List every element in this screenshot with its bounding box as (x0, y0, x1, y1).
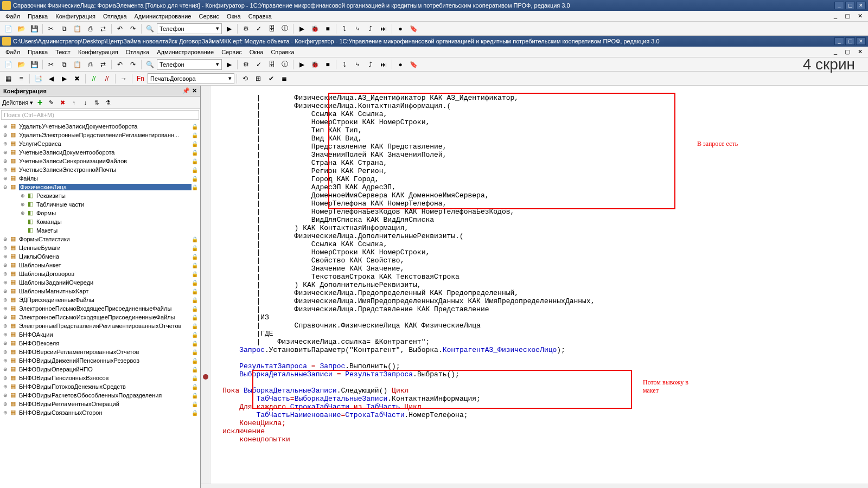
expand-icon[interactable]: ⊕ (2, 132, 9, 138)
step-out-icon[interactable]: ⤴ (365, 23, 376, 35)
close-button[interactable]: ✕ (856, 2, 866, 9)
debug-icon[interactable]: 🐞 (309, 23, 321, 35)
syntax-icon[interactable]: ✓ (253, 59, 265, 70)
edit-icon[interactable]: ✎ (46, 98, 56, 107)
menu-edit[interactable]: Правка (24, 48, 51, 56)
tree-item[interactable]: ⊕▦Файлы🔒 (0, 174, 200, 183)
search-combo[interactable]: Телефон▾ (157, 23, 222, 34)
menu-text[interactable]: Текст (52, 48, 74, 56)
search-combo[interactable]: Телефон▾ (157, 59, 222, 70)
expand-icon[interactable]: ⊕ (20, 193, 26, 198)
bookmark-next-icon[interactable]: ▶ (58, 73, 70, 85)
minimize-button[interactable]: _ (834, 2, 844, 9)
menu-file[interactable]: Файл (2, 12, 23, 21)
expand-icon[interactable]: ⊕ (2, 158, 9, 164)
tree-item[interactable]: ⊖▦ФизическиеЛица🔒 (0, 183, 200, 191)
tree-item[interactable]: ⊕◧Табличные части (0, 200, 200, 209)
tree-item[interactable]: ◧Команды (0, 217, 200, 226)
expand-icon[interactable]: ⊕ (2, 176, 9, 181)
help-icon[interactable]: ⓘ (279, 59, 291, 70)
tree-item[interactable]: ⊕▦УчетныеЗаписиСинхронизацииФайлов🔒 (0, 157, 200, 165)
config-icon[interactable]: ⚙ (240, 59, 252, 70)
expand-icon[interactable]: ⊕ (2, 288, 9, 294)
menu-config[interactable]: Конфигурация (75, 48, 122, 56)
expand-icon[interactable]: ⊖ (2, 184, 9, 190)
copy-icon[interactable]: ⧉ (58, 23, 70, 35)
tree-item[interactable]: ⊕◧Формы (0, 209, 200, 217)
template-icon[interactable]: ⊞ (252, 73, 264, 85)
tree-item[interactable]: ⊕▦ШаблоныДоговоров🔒 (0, 269, 200, 278)
tree-item[interactable]: ⊕▦БНФОВидыДвиженийПенсионныхРезервов🔒 (0, 356, 200, 365)
expand-icon[interactable]: ⊕ (2, 124, 9, 129)
open-icon[interactable]: 📂 (15, 23, 27, 35)
tree-item[interactable]: ◧Макеты (0, 226, 200, 235)
code-editor[interactable]: | ФизическиеЛица.АЗ_Идентификатор КАК АЗ… (201, 86, 868, 488)
tree-item[interactable]: ⊕▦БНФОВидыСвязанныхСторон🔒 (0, 408, 200, 417)
step-out-icon[interactable]: ⤴ (365, 59, 376, 70)
redo-icon[interactable]: ↷ (127, 23, 139, 35)
tree-item[interactable]: ⊕▦БНФОВидыПенсионныхВзносов🔒 (0, 374, 200, 382)
tree-item[interactable]: ⊕▦УчетныеЗаписиЭлектроннойПочты🔒 (0, 165, 200, 174)
expand-icon[interactable]: ⊕ (2, 314, 9, 320)
maximize-button[interactable]: ▢ (845, 2, 855, 9)
mdi-restore-button[interactable]: ▢ (841, 47, 853, 56)
expand-icon[interactable]: ⊕ (2, 401, 9, 407)
expand-icon[interactable]: ⊕ (2, 167, 9, 172)
config-icon[interactable]: ⚙ (240, 23, 252, 35)
tree-item[interactable]: ⊕▦ЭлектронныеПредставленияРегламентирова… (0, 322, 200, 330)
menu-windows[interactable]: Окна (246, 48, 267, 56)
tree-item[interactable]: ⊕▦ФормыСтатистики🔒 (0, 235, 200, 243)
db-icon[interactable]: 🗄 (266, 23, 278, 35)
tree-item[interactable]: ⊕▦ШаблоныМагнитныхКарт🔒 (0, 287, 200, 296)
tree-item[interactable]: ⊕▦БНФОВекселя🔒 (0, 339, 200, 348)
paste-icon[interactable]: 📋 (71, 23, 83, 35)
run-icon[interactable]: ▶ (296, 59, 308, 70)
find-next-icon[interactable]: ▶ (223, 23, 235, 35)
expand-icon[interactable]: ⊕ (2, 150, 9, 155)
actions-dropdown[interactable]: Действия ▾ (2, 99, 33, 106)
expand-icon[interactable]: ⊕ (2, 306, 9, 311)
expand-icon[interactable]: ⊕ (2, 245, 9, 251)
filter-icon[interactable]: ⚗ (103, 98, 113, 107)
close-button[interactable]: ✕ (856, 37, 866, 45)
expand-icon[interactable]: ⊕ (2, 358, 9, 363)
tree-item[interactable]: ⊕▦ЭлектронноеПисьмоИсходящееПрисоединенн… (0, 313, 200, 322)
expand-icon[interactable]: ⊕ (2, 384, 9, 389)
compare-icon[interactable]: ⇄ (97, 59, 109, 70)
expand-icon[interactable]: ⊕ (2, 323, 9, 329)
format-icon[interactable]: ≣ (278, 73, 290, 85)
module-icon[interactable]: ▦ (2, 73, 14, 85)
tree-item[interactable]: ⊕▦УдалитьЭлектронныеПредставленияРегламе… (0, 131, 200, 139)
step-into-icon[interactable]: ⤷ (352, 59, 363, 70)
tree-item[interactable]: ⊕◧Реквизиты (0, 191, 200, 200)
step-into-icon[interactable]: ⤷ (352, 23, 363, 35)
bookmark-icon[interactable]: 🔖 (407, 59, 419, 70)
maximize-button[interactable]: ▢ (845, 37, 855, 45)
new-icon[interactable]: 📄 (2, 59, 14, 70)
tree-item[interactable]: ⊕▦БНФОВерсииРегламентированныхОтчетов🔒 (0, 348, 200, 356)
menu-windows[interactable]: Окна (224, 12, 244, 21)
expand-icon[interactable]: ⊕ (2, 393, 9, 398)
continue-icon[interactable]: ⏭ (378, 59, 390, 70)
goto-icon[interactable]: → (118, 73, 130, 85)
uncomment-icon[interactable]: // (101, 73, 113, 85)
refactor-icon[interactable]: ⟲ (239, 73, 251, 85)
mdi-close-button[interactable]: ✕ (854, 47, 866, 56)
debug-icon[interactable]: 🐞 (309, 59, 321, 70)
expand-icon[interactable]: ⊕ (2, 341, 9, 346)
mdi-restore-button[interactable]: ▢ (841, 11, 853, 21)
menu-admin[interactable]: Администрирование (154, 48, 217, 56)
stop-icon[interactable]: ■ (322, 23, 334, 35)
menu-debug[interactable]: Отладка (100, 12, 130, 21)
new-icon[interactable]: 📄 (2, 23, 14, 35)
tree-item[interactable]: ⊕▦ШаблоныАнкет🔒 (0, 261, 200, 269)
mdi-minimize-button[interactable]: _ (831, 11, 840, 21)
expand-icon[interactable]: ⊕ (2, 262, 9, 268)
tree-item[interactable]: ⊕▦БНФОВидыРасчетовОбособленныхПодразделе… (0, 391, 200, 400)
db-icon[interactable]: 🗄 (266, 59, 278, 70)
step-over-icon[interactable]: ⤵ (339, 23, 350, 35)
menu-help[interactable]: Справка (245, 12, 275, 21)
save-icon[interactable]: 💾 (28, 59, 40, 70)
expand-icon[interactable]: ⊕ (2, 141, 9, 146)
breakpoint-icon[interactable]: ● (394, 59, 406, 70)
